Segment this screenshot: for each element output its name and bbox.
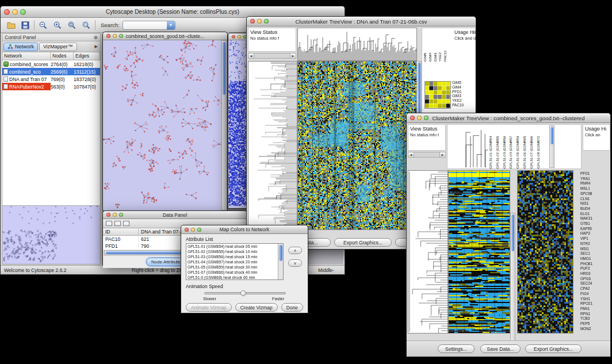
close-button[interactable]: [232, 35, 235, 39]
network-row[interactable]: combined_scores 2764(0) 16218(0): [2, 60, 100, 68]
gene-label[interactable]: RPN1: [580, 312, 610, 317]
column-scrollbar[interactable]: [549, 125, 554, 168]
scroll-left-icon[interactable]: ◀: [408, 152, 414, 157]
gene-label[interactable]: GTB1: [580, 221, 610, 227]
move-up-button[interactable]: ∧: [288, 247, 302, 254]
column-dendrogram[interactable]: [297, 28, 417, 61]
attribute-item[interactable]: GPL51-0 (GSM868) heat shock 60 min: [188, 275, 278, 279]
titlebar[interactable]: Data Panel: [103, 211, 247, 219]
dendrogram-nav-scrollbar[interactable]: ◀ ▶: [248, 53, 296, 59]
zoom-selected-icon[interactable]: [81, 20, 92, 31]
dendrogram-nav-scrollbar[interactable]: ◀ ▶: [408, 152, 446, 158]
header-nodes[interactable]: Nodes: [51, 52, 74, 60]
slider-thumb[interactable]: [240, 290, 246, 296]
gene-label[interactable]: RPO21: [580, 301, 610, 306]
gene-label[interactable]: HMG1: [580, 256, 610, 262]
close-button[interactable]: [106, 213, 110, 217]
gene-label[interactable]: YSH1: [580, 297, 610, 302]
header-network[interactable]: Network: [2, 52, 51, 60]
close-button[interactable]: [410, 116, 415, 120]
row-dendrogram[interactable]: [408, 170, 448, 334]
gene-label[interactable]: SPC98: [580, 191, 610, 197]
attribute-item[interactable]: GPL51-03 (GSM856) heat shock 15 min: [188, 254, 278, 259]
expression-heatmap[interactable]: [448, 170, 510, 334]
gene-label[interactable]: PFD1: [580, 171, 610, 177]
gene-label[interactable]: BUD4: [580, 206, 610, 212]
minimize-button[interactable]: [113, 213, 117, 217]
zoom-in-icon[interactable]: [52, 20, 63, 31]
row-dendrogram[interactable]: [248, 61, 297, 230]
gene-label[interactable]: ELG1: [580, 212, 610, 217]
gene-label[interactable]: MSI1: [580, 247, 610, 252]
scroll-left-icon[interactable]: ◀: [248, 53, 254, 58]
gene-label[interactable]: CPA2: [580, 286, 610, 292]
gene-label[interactable]: NTR2: [580, 242, 610, 247]
close-button[interactable]: [250, 19, 255, 24]
save-data-button[interactable]: Save Data...: [480, 344, 521, 353]
zoom-button[interactable]: [20, 9, 26, 15]
minimize-button[interactable]: [257, 19, 262, 24]
close-button[interactable]: [185, 228, 189, 232]
gene-label[interactable]: GPI16: [580, 277, 610, 282]
heatmap-scrollbar[interactable]: [510, 213, 515, 357]
tab-overflow-arrow-icon[interactable]: ▶: [95, 44, 99, 49]
gene-label[interactable]: HAP3: [580, 231, 610, 236]
network-row[interactable]: RNAPuberNov2 563(0) 107847(0): [2, 83, 100, 90]
export-graphics-button[interactable]: Export Graphics...: [525, 344, 582, 353]
attribute-item[interactable]: GPL51-07 (GSM866) heat shock 40 min: [188, 270, 278, 275]
animation-speed-slider[interactable]: [204, 292, 286, 294]
vertical-scrollbar[interactable]: [221, 40, 227, 210]
header-id[interactable]: ID: [103, 228, 139, 235]
zoom-button[interactable]: [119, 213, 123, 217]
create-attribute-icon[interactable]: [114, 221, 121, 226]
gene-label[interactable]: CLN1: [580, 197, 610, 202]
network-row[interactable]: combined_sco 2569(6) 13112(15): [2, 68, 100, 75]
attribute-item[interactable]: GPL51-04 (GSM857) heat shock 20 min: [188, 259, 278, 265]
network-row[interactable]: DNA and Tran 07 769(0) 183728(0): [2, 75, 100, 83]
minimize-button[interactable]: [113, 34, 117, 38]
gene-label[interactable]: VIP1: [580, 236, 610, 242]
move-down-button[interactable]: ∨: [288, 259, 302, 267]
gene-label[interactable]: YRA1: [580, 177, 610, 182]
zoom-button[interactable]: [119, 34, 123, 38]
search-input[interactable]: ▼: [123, 21, 175, 30]
zoom-button[interactable]: [264, 19, 269, 24]
network-overview-thumbnail[interactable]: [2, 205, 100, 264]
network-graph[interactable]: [103, 40, 221, 210]
gene-label[interactable]: TCB3: [580, 316, 610, 321]
scroll-right-icon[interactable]: ▶: [439, 152, 445, 157]
gene-label[interactable]: HRD3: [580, 271, 610, 277]
gene-label[interactable]: SEC1: [580, 251, 610, 256]
export-graphics-button[interactable]: Export Graphics...: [334, 238, 392, 247]
attribute-item[interactable]: GPL51-02 (GSM855) heat shock 10 min: [188, 249, 278, 254]
list-scrollbar[interactable]: [278, 244, 283, 279]
scroll-right-icon[interactable]: ▶: [290, 53, 296, 58]
expression-heatmap[interactable]: [297, 61, 417, 230]
dialog-button[interactable]: Create Vizmap: [235, 303, 278, 312]
gene-label[interactable]: KAP95: [580, 227, 610, 232]
attribute-item[interactable]: GPL51-05 (GSM859) heat shock 30 min: [188, 265, 278, 270]
titlebar[interactable]: ClusterMaker TreeView : DNA and Tran 07-…: [247, 17, 476, 26]
gene-label[interactable]: MSL1: [580, 186, 610, 191]
save-icon[interactable]: [20, 20, 31, 31]
gene-label[interactable]: PHO81: [580, 262, 610, 267]
tab-network[interactable]: Network: [3, 43, 38, 51]
tab-vizmapper[interactable]: VizMapper™: [39, 43, 77, 51]
titlebar[interactable]: Map Colors to Network: [181, 225, 308, 234]
dropdown-arrow-icon[interactable]: ▼: [167, 21, 175, 29]
gene-label[interactable]: SEC24: [580, 281, 610, 286]
close-button[interactable]: [106, 34, 110, 38]
close-panel-icon[interactable]: ⊗: [93, 35, 98, 40]
attribute-item[interactable]: GPL51-01 (GSM854) heat shock 05 min: [188, 244, 278, 249]
gene-label[interactable]: PAN1: [580, 306, 610, 312]
header-edges[interactable]: Edges: [74, 52, 100, 60]
settings-button[interactable]: Settings...: [438, 344, 475, 353]
zoom-button[interactable]: [424, 116, 429, 120]
gene-label[interactable]: RNR4: [580, 181, 610, 186]
gene-label[interactable]: PEP5: [580, 321, 610, 327]
secondary-heatmap[interactable]: [517, 170, 573, 334]
minimize-button[interactable]: [12, 9, 18, 15]
titlebar[interactable]: ClusterMaker TreeView : combined_scores_…: [407, 113, 610, 123]
zoom-button[interactable]: [197, 228, 201, 232]
open-file-icon[interactable]: [5, 20, 17, 31]
